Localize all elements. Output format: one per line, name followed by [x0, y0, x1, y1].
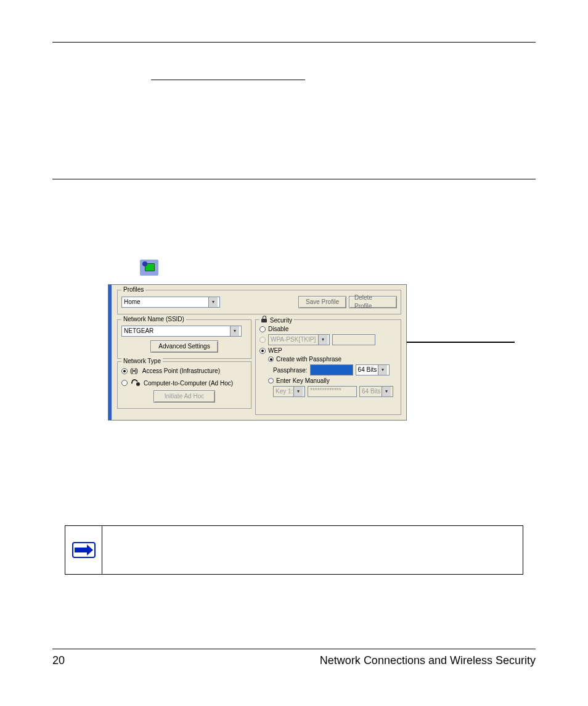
note-arrow-icon	[72, 542, 96, 558]
adhoc-icon	[130, 378, 141, 388]
lock-icon	[261, 316, 267, 322]
advanced-settings-button[interactable]: Advanced Settings	[150, 340, 218, 353]
security-group-title: Security	[259, 316, 294, 324]
passphrase-label: Passphrase:	[273, 367, 308, 374]
disable-label: Disable	[268, 326, 288, 332]
advanced-settings-label: Advanced Settings	[158, 342, 210, 351]
wpa-value-disabled	[332, 334, 375, 345]
chevron-down-icon: ▾	[230, 326, 239, 336]
access-point-icon: ((•))	[130, 367, 137, 374]
settings-dialog: Profiles Home ▾ Save Profile Delete Prof…	[108, 284, 407, 421]
adhoc-label: Computer-to-Computer (Ad Hoc)	[144, 380, 233, 387]
wep-label: WEP	[268, 347, 282, 354]
ssid-group-title: Network Name (SSID)	[121, 316, 186, 322]
chevron-down-icon: ▾	[378, 365, 387, 375]
profiles-select[interactable]: Home ▾	[121, 297, 220, 308]
wpa-label: WPA-PSK[TKIP]	[271, 335, 316, 344]
ssid-select[interactable]: NETGEAR ▾	[121, 326, 242, 337]
key-select[interactable]: Key 1: ▾	[273, 386, 305, 397]
passphrase-field[interactable]: ******	[310, 364, 353, 376]
chevron-down-icon: ▾	[293, 387, 303, 396]
tray-adapter-icon	[140, 260, 158, 276]
passphrase-value: ******	[312, 366, 327, 372]
ssid-value: NETGEAR	[124, 327, 153, 335]
radio-disable[interactable]	[259, 326, 266, 332]
page-footer: 20 Network Connections and Wireless Secu…	[52, 649, 536, 667]
note-box	[65, 525, 523, 575]
radio-wep[interactable]	[259, 348, 266, 354]
profiles-group: Profiles Home ▾ Save Profile Delete Prof…	[117, 290, 401, 314]
top-rule	[52, 42, 536, 43]
chevron-down-icon: ▾	[382, 387, 391, 396]
key-field: *************	[308, 386, 357, 397]
initiate-adhoc-button[interactable]: Initiate Ad Hoc	[153, 390, 215, 403]
passphrase-bits-value: 64 Bits	[358, 366, 377, 374]
chevron-down-icon: ▾	[208, 297, 218, 307]
chevron-down-icon: ▾	[318, 335, 327, 345]
security-title-text: Security	[270, 317, 292, 324]
key-select-label: Key 1:	[276, 387, 293, 396]
footer-title: Network Connections and Wireless Securit…	[320, 654, 536, 667]
passphrase-bits-select[interactable]: 64 Bits ▾	[356, 364, 390, 376]
delete-profile-button[interactable]: Delete Profile	[349, 296, 397, 308]
key-value: *************	[310, 387, 341, 394]
initiate-adhoc-label: Initiate Ad Hoc	[165, 392, 204, 401]
wpa-select-disabled: WPA-PSK[TKIP] ▾	[268, 334, 330, 345]
underline-segment	[151, 67, 305, 80]
dialog-accent-band	[108, 285, 112, 420]
page-number: 20	[52, 654, 65, 667]
radio-enter-key[interactable]	[268, 378, 274, 384]
network-type-group: Network Type ((•)) Access Point (Infrast…	[117, 361, 251, 409]
network-type-title: Network Type	[121, 358, 163, 364]
create-passphrase-label: Create with Passphrase	[276, 356, 341, 363]
radio-create-passphrase[interactable]	[268, 356, 274, 362]
radio-access-point[interactable]	[121, 368, 128, 374]
key-bits-select: 64 Bits ▾	[359, 386, 393, 397]
save-profile-label: Save Profile	[306, 298, 339, 306]
delete-profile-label: Delete Profile	[354, 293, 391, 311]
save-profile-button[interactable]: Save Profile	[298, 296, 346, 308]
radio-adhoc[interactable]	[121, 380, 128, 386]
radio-wpa[interactable]	[259, 337, 266, 343]
profiles-select-value: Home	[124, 298, 141, 306]
profiles-group-title: Profiles	[121, 286, 145, 293]
access-point-label: Access Point (Infrastructure)	[142, 367, 220, 374]
enter-key-label: Enter Key Manually	[276, 377, 330, 384]
ssid-group: Network Name (SSID) NETGEAR ▾ Advanced S…	[117, 319, 251, 359]
key-bits-value: 64 Bits	[362, 387, 381, 396]
security-group: Security Disable WPA-PSK[TKIP] ▾	[255, 319, 401, 415]
